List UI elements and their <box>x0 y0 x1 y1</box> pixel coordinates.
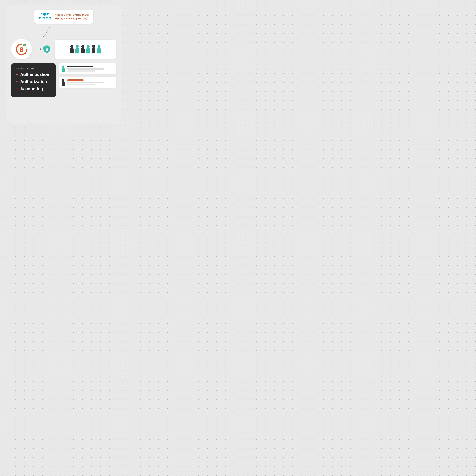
cisco-bar-6 <box>48 13 49 14</box>
aaa-item-authorization: ✦ Authorization <box>16 79 51 84</box>
card-user-figure-1 <box>62 66 65 72</box>
product-acs: Access Control System (ACS) <box>55 13 89 16</box>
user-body-2 <box>75 48 79 53</box>
user-figure-4 <box>86 45 90 53</box>
cisco-products: Access Control System (ACS) Identity Ser… <box>55 13 89 20</box>
card-body-1 <box>62 68 65 72</box>
cisco-bar-1 <box>41 13 42 14</box>
diagram-container: CISCO Access Control System (ACS) Identi… <box>6 5 121 123</box>
card-line-2-3 <box>67 84 95 85</box>
user-head-5 <box>92 45 95 48</box>
card-head-1 <box>62 66 64 68</box>
card-line-1-1 <box>67 66 93 67</box>
svg-marker-1 <box>43 36 45 38</box>
user-body-1 <box>70 48 74 53</box>
user-card-1 <box>59 63 116 74</box>
aaa-item-authentication: ✦ Authentication <box>16 72 51 77</box>
bottom-section: Standard Compliant ✦ Authentication ✦ Au… <box>11 63 116 97</box>
cisco-bar-2 <box>43 13 44 15</box>
product-ise: Identity Service Engine (ISE) <box>55 17 89 20</box>
ise-text: Identity Service Engine <box>55 17 82 20</box>
users-panel <box>54 39 116 59</box>
middle-section <box>11 39 116 59</box>
star-icon-accounting: ✦ <box>16 87 18 91</box>
svg-line-0 <box>44 26 50 37</box>
user-head-3 <box>81 45 84 48</box>
user-figure-5 <box>92 45 96 53</box>
card-line-2-1 <box>67 79 84 81</box>
user-body-3 <box>81 48 85 53</box>
user-body-4 <box>86 48 90 53</box>
user-card-2 <box>59 77 116 88</box>
acs-accent: (ACS) <box>82 13 89 16</box>
ise-accent: (ISE) <box>82 17 87 20</box>
cisco-bar-3 <box>44 13 45 16</box>
user-head-1 <box>70 45 73 48</box>
card-body-2 <box>62 82 65 85</box>
svg-point-4 <box>21 50 22 51</box>
card-lines-1 <box>67 66 114 72</box>
cisco-bar-4 <box>45 13 46 16</box>
svg-point-7 <box>47 49 47 50</box>
user-head-6 <box>98 45 101 48</box>
cisco-logo: CISCO <box>39 13 51 20</box>
acs-text: Access Control System <box>55 13 82 16</box>
shield-arrow-group <box>35 45 51 53</box>
user-head-2 <box>76 45 79 48</box>
aaa-label-authentication: Authentication <box>20 72 49 77</box>
aaa-subtitle: Standard Compliant <box>16 67 51 69</box>
aaa-box: Standard Compliant ✦ Authentication ✦ Au… <box>11 63 56 97</box>
arrow-down-svg <box>41 25 53 39</box>
card-line-1-3 <box>67 70 95 72</box>
aaa-label-accounting: Accounting <box>20 86 43 91</box>
user-figure-2 <box>75 45 79 53</box>
card-user-figure-2 <box>62 79 65 85</box>
card-line-1-2 <box>67 68 104 69</box>
card-line-2-2 <box>67 82 104 83</box>
cisco-box: CISCO Access Control System (ACS) Identi… <box>34 10 93 24</box>
arrow-section <box>11 25 116 39</box>
top-section: CISCO Access Control System (ACS) Identi… <box>11 10 116 24</box>
logo-circle <box>11 39 32 59</box>
tacacs-logo-svg <box>14 42 29 56</box>
user-body-6 <box>97 48 101 53</box>
card-lines-2 <box>67 79 114 85</box>
star-icon-authorization: ✦ <box>16 80 18 83</box>
user-figure-6 <box>97 45 101 53</box>
user-figure-3 <box>81 45 85 53</box>
star-icon-authentication: ✦ <box>16 73 18 76</box>
cisco-text: CISCO <box>39 16 51 20</box>
user-figure-1 <box>70 45 74 53</box>
cisco-bars <box>41 13 49 16</box>
right-cards <box>59 63 116 97</box>
aaa-label-authorization: Authorization <box>20 79 47 84</box>
cisco-bar-5 <box>47 13 48 15</box>
card-head-2 <box>62 79 64 81</box>
horizontal-arrow <box>35 49 41 49</box>
shield-icon <box>42 45 51 53</box>
user-head-4 <box>87 45 90 48</box>
user-body-5 <box>92 48 96 53</box>
aaa-item-accounting: ✦ Accounting <box>16 86 51 91</box>
